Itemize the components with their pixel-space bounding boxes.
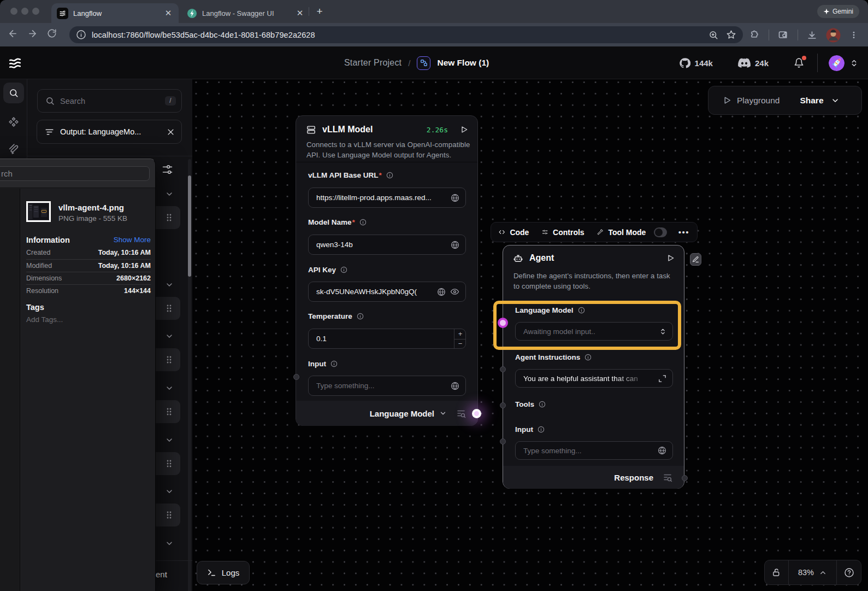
discord-icon[interactable] xyxy=(738,58,751,68)
run-node-icon[interactable] xyxy=(460,125,469,134)
gemini-badge[interactable]: Gemini xyxy=(817,5,859,18)
sidebar-search-input[interactable]: Search / xyxy=(37,89,182,113)
zoom-page-icon[interactable] xyxy=(708,30,718,40)
base-url-input[interactable]: https://litellm-prod.apps.maas.red... xyxy=(308,188,466,208)
temperature-input[interactable]: 0.1 + − xyxy=(308,329,466,349)
model-name-input[interactable]: qwen3-14b xyxy=(308,235,466,255)
back-icon[interactable] xyxy=(8,28,18,39)
inspect-output-icon[interactable] xyxy=(456,408,466,418)
file-thumbnail[interactable] xyxy=(26,201,51,222)
rail-search-button[interactable] xyxy=(3,83,24,103)
globe-icon[interactable] xyxy=(451,194,459,202)
section-chevron-down-icon[interactable] xyxy=(165,190,174,198)
sidebar-bottom-item-label[interactable]: ent xyxy=(156,570,167,579)
discord-members-count[interactable]: 24k xyxy=(755,58,769,68)
info-icon[interactable] xyxy=(539,401,546,408)
tool-mode-toggle[interactable] xyxy=(654,227,666,237)
browser-tab-langflow[interactable]: Langflow ✕ xyxy=(51,3,179,23)
section-chevron-down-icon[interactable] xyxy=(165,539,174,548)
user-avatar[interactable] xyxy=(829,55,845,71)
globe-icon[interactable] xyxy=(451,382,459,390)
downloads-icon[interactable] xyxy=(807,30,817,40)
toolbar-code-button[interactable]: Code xyxy=(510,228,529,237)
site-info-icon[interactable] xyxy=(76,30,86,40)
info-icon[interactable] xyxy=(340,266,347,273)
eye-icon[interactable] xyxy=(450,287,459,296)
language-model-select[interactable]: Awaiting model input.. xyxy=(515,322,673,341)
window-zoom-button[interactable] xyxy=(32,8,39,15)
overlay-search-field[interactable]: rch xyxy=(0,166,150,181)
window-close-button[interactable] xyxy=(10,8,17,15)
rail-bundles-icon[interactable] xyxy=(8,142,20,155)
agent-instructions-port[interactable] xyxy=(500,366,506,372)
section-chevron-down-icon[interactable] xyxy=(165,332,174,341)
browser-menu-icon[interactable] xyxy=(849,31,858,39)
vllm-output-port[interactable] xyxy=(472,409,481,418)
globe-icon[interactable] xyxy=(658,446,666,455)
forward-icon[interactable] xyxy=(27,28,38,39)
agent-tools-port[interactable] xyxy=(500,402,506,408)
close-tab-icon[interactable]: ✕ xyxy=(163,8,173,18)
chevron-up-down-icon[interactable] xyxy=(850,58,858,68)
drag-handle-icon[interactable] xyxy=(166,511,172,519)
increment-button[interactable]: + xyxy=(454,329,466,339)
info-icon[interactable] xyxy=(330,360,338,367)
info-icon[interactable] xyxy=(578,307,585,314)
drag-handle-icon[interactable] xyxy=(166,213,172,222)
globe-icon[interactable] xyxy=(437,288,446,296)
info-icon[interactable] xyxy=(538,426,545,433)
browser-profile-avatar[interactable] xyxy=(826,28,841,43)
agent-language-model-port[interactable] xyxy=(498,318,508,328)
show-more-link[interactable]: Show More xyxy=(114,236,151,244)
api-key-input[interactable]: sk-dV5UNeAWHskJKpbN0gQ( xyxy=(308,282,466,302)
toolbar-controls-button[interactable]: Controls xyxy=(553,228,584,237)
close-tab-icon[interactable]: ✕ xyxy=(295,8,305,18)
window-minimize-button[interactable] xyxy=(21,8,28,15)
agent-input-port[interactable] xyxy=(500,438,506,444)
browser-tab-swagger[interactable]: Langflow - Swagger UI ✕ xyxy=(182,3,309,23)
clear-filter-icon[interactable] xyxy=(167,128,175,136)
node-more-menu-icon[interactable]: ••• xyxy=(678,227,689,237)
devtools-search-icon[interactable] xyxy=(778,30,789,40)
help-button[interactable] xyxy=(837,560,861,584)
playground-button[interactable]: Playground xyxy=(737,96,780,106)
info-icon[interactable] xyxy=(584,354,592,361)
github-stars-count[interactable]: 144k xyxy=(695,58,713,68)
sidebar-scrollbar-thumb[interactable] xyxy=(188,175,191,277)
section-chevron-down-icon[interactable] xyxy=(165,487,174,496)
section-chevron-down-icon[interactable] xyxy=(165,280,174,289)
bookmark-star-icon[interactable] xyxy=(726,30,736,40)
new-tab-button[interactable]: + xyxy=(312,4,327,19)
globe-icon[interactable] xyxy=(451,241,459,249)
zoom-control[interactable]: 83% xyxy=(789,560,836,584)
output-label[interactable]: Language Model xyxy=(370,409,434,418)
input-field[interactable]: Type something... xyxy=(308,376,466,396)
chevron-down-icon[interactable] xyxy=(439,409,447,417)
info-icon[interactable] xyxy=(357,313,364,320)
section-chevron-down-icon[interactable] xyxy=(165,384,174,393)
url-bar[interactable]: localhost:7860/flow/be53d5ac-d4bc-4de1-8… xyxy=(69,26,743,43)
drag-handle-icon[interactable] xyxy=(166,355,172,364)
share-button[interactable]: Share xyxy=(800,96,823,106)
breadcrumb-project[interactable]: Starter Project xyxy=(344,58,401,68)
github-icon[interactable] xyxy=(679,57,690,69)
sidebar-options-icon[interactable] xyxy=(162,164,173,175)
reload-icon[interactable] xyxy=(47,28,57,38)
logs-button[interactable]: Logs xyxy=(197,561,250,584)
input-field[interactable]: Type something... xyxy=(515,441,673,460)
info-icon[interactable] xyxy=(386,172,393,179)
agent-node[interactable]: Agent Define the agent's instructions, t… xyxy=(503,245,684,489)
toolbar-tool-mode-button[interactable]: Tool Mode xyxy=(608,228,646,237)
expand-icon[interactable] xyxy=(658,375,666,383)
chevron-up-icon[interactable] xyxy=(819,569,827,577)
vllm-model-node[interactable]: vLLM Model 2.26s Connects to a vLLM serv… xyxy=(296,115,478,426)
flow-name[interactable]: New Flow (1) xyxy=(437,58,489,68)
extensions-icon[interactable] xyxy=(749,30,760,40)
macos-file-info-window[interactable]: rch vllm-agent-4.png PNG image - 555 KB … xyxy=(0,159,156,591)
sidebar-filter-chip[interactable]: Output: LanguageMo... xyxy=(37,120,182,144)
share-chevron-icon[interactable] xyxy=(831,96,840,105)
agent-instructions-input[interactable]: You are a helpful assistant that can xyxy=(515,369,673,388)
rail-components-icon[interactable] xyxy=(8,116,19,127)
add-tags-placeholder[interactable]: Add Tags... xyxy=(26,315,63,324)
notifications-button[interactable] xyxy=(794,57,804,68)
